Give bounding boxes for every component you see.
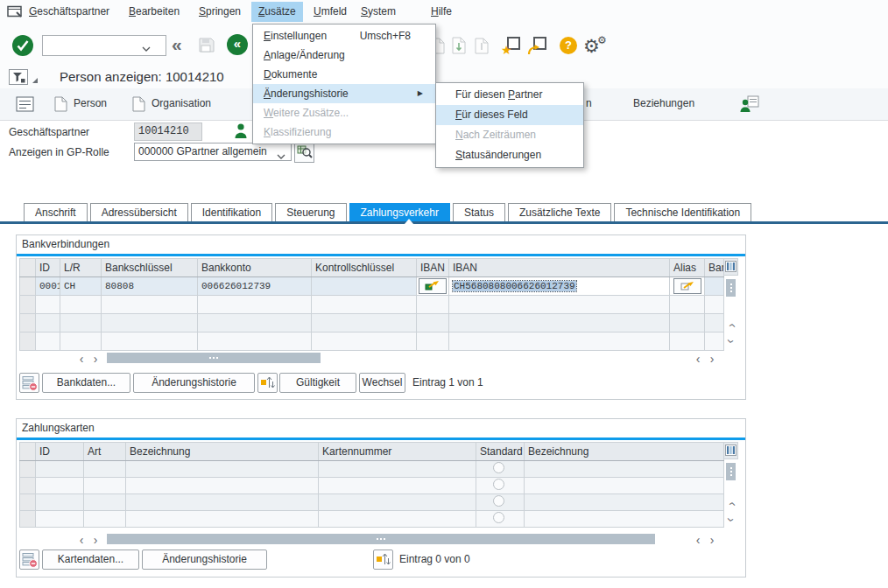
organisation-button[interactable]: Organisation: [152, 88, 211, 118]
exit-icon[interactable]: «: [227, 34, 248, 55]
header-select-all[interactable]: [20, 259, 36, 277]
kartendaten-button[interactable]: Kartendaten...: [42, 550, 139, 570]
menu-springen[interactable]: Springen: [199, 0, 241, 23]
scroll-down-icon[interactable]: ›: [725, 335, 737, 347]
cards-horizontal-scrollbar[interactable]: ‹ › ‹ ›: [19, 533, 723, 546]
vertical-scrollbar-thumb[interactable]: [726, 279, 736, 297]
menu-item-einstellungen[interactable]: Einstellungen Umsch+F8: [253, 26, 435, 46]
col-bankschluessel[interactable]: Bankschlüssel: [102, 259, 198, 277]
menu-item-aenderungshistorie[interactable]: Änderungshistorie ▶: [253, 84, 435, 103]
menu-zusaetze[interactable]: Zusätze: [251, 2, 303, 22]
col-iban-icon[interactable]: IBAN: [417, 259, 449, 277]
scroll-up-icon[interactable]: ›: [725, 319, 737, 332]
standard-radio[interactable]: [493, 462, 504, 473]
overview-icon[interactable]: [16, 95, 35, 116]
row-selector-cell[interactable]: [20, 277, 36, 296]
remove-entry-icon-button[interactable]: [19, 373, 39, 393]
col-bank[interactable]: Bank: [705, 259, 724, 277]
alias-button[interactable]: [673, 278, 701, 294]
scroll-up-icon[interactable]: ›: [725, 498, 737, 510]
scroll-left-end-icon[interactable]: ‹: [692, 534, 704, 546]
tab-anschrift[interactable]: Anschrift: [24, 203, 88, 222]
command-field-chevron-icon[interactable]: [142, 42, 151, 54]
tab-identifikation[interactable]: Identifikation: [191, 203, 272, 222]
cards-aenderungshistorie-button[interactable]: Änderungshistorie: [142, 550, 267, 570]
standard-radio[interactable]: [493, 495, 504, 507]
scroll-left-icon[interactable]: ‹: [75, 353, 88, 365]
scroll-left-end-icon[interactable]: ‹: [692, 353, 704, 365]
menu-item-dokumente[interactable]: Dokumente: [253, 65, 435, 84]
col-bezeichnung2[interactable]: Bezeichnung: [525, 443, 724, 461]
scroll-right-icon[interactable]: ›: [89, 353, 102, 365]
partner-relationship-icon[interactable]: [740, 94, 759, 116]
window-icon[interactable]: [7, 5, 23, 21]
col-bezeichnung[interactable]: Bezeichnung: [126, 443, 319, 461]
iban-value-selected[interactable]: CH5680808006626012739: [453, 281, 576, 291]
adjust-entries-icon-button[interactable]: [257, 373, 278, 393]
col-iban[interactable]: IBAN: [449, 259, 670, 277]
bank-account-row[interactable]: 0001 CH 80808 006626012739 CH56808080066…: [20, 277, 724, 296]
col-kartennummer[interactable]: Kartennummer: [319, 443, 476, 461]
table-row-empty[interactable]: [20, 461, 724, 478]
bank-horizontal-scrollbar[interactable]: ‹ › ‹ ›: [19, 352, 723, 365]
new-session-icon[interactable]: [527, 37, 546, 54]
col-art[interactable]: Art: [84, 443, 126, 461]
tab-zusaetzliche-texte[interactable]: Zusätzliche Texte: [508, 203, 612, 222]
col-bankkonto[interactable]: Bankkonto: [198, 259, 312, 277]
beziehungen-button[interactable]: Beziehungen: [633, 88, 694, 118]
bank-vertical-scrollbar[interactable]: › ›: [723, 258, 739, 350]
menu-item-anlage-aenderung[interactable]: Anlage/Änderung: [253, 46, 435, 65]
enter-check-icon[interactable]: [12, 35, 33, 56]
menu-item-fuer-dieses-feld[interactable]: Für dieses Feld: [436, 105, 583, 125]
menu-system[interactable]: System: [361, 0, 396, 23]
col-kontrollschluessel[interactable]: Kontrollschlüssel: [312, 259, 417, 277]
vertical-scrollbar-thumb[interactable]: [726, 463, 736, 480]
scroll-right-end-icon[interactable]: ›: [706, 353, 718, 365]
menu-umfeld[interactable]: Umfeld: [314, 0, 347, 23]
layout-menu-icon[interactable]: [9, 69, 40, 89]
col-lr[interactable]: L/R: [60, 259, 102, 277]
create-shortcut-icon[interactable]: ★: [501, 37, 520, 54]
table-settings-button[interactable]: [723, 442, 738, 459]
header-select-all[interactable]: [20, 443, 36, 461]
horizontal-scrollbar-thumb[interactable]: [107, 534, 655, 544]
person-button[interactable]: Person: [74, 88, 107, 118]
role-check-button[interactable]: [294, 143, 314, 163]
menu-hilfe[interactable]: Hilfe: [431, 0, 452, 23]
menu-item-statusaenderungen[interactable]: Statusänderungen: [436, 145, 583, 165]
menu-bearbeiten[interactable]: Bearbeiten: [129, 0, 180, 23]
adjust-entries-icon-button[interactable]: [373, 550, 393, 570]
scroll-right-end-icon[interactable]: ›: [706, 534, 718, 546]
tab-technische-identifikation[interactable]: Technische Identifikation: [614, 203, 751, 222]
tab-status[interactable]: Status: [453, 203, 505, 222]
tab-adressuebersicht[interactable]: Adressübersicht: [90, 203, 188, 222]
tab-steuerung[interactable]: Steuerung: [275, 203, 346, 222]
scroll-right-icon[interactable]: ›: [89, 534, 102, 546]
back-icon[interactable]: «: [172, 36, 182, 53]
help-icon[interactable]: ?: [560, 37, 577, 54]
table-row-empty[interactable]: [20, 332, 724, 351]
col-id[interactable]: ID: [36, 259, 60, 277]
table-row-empty[interactable]: [20, 296, 724, 314]
col-id[interactable]: ID: [36, 443, 84, 461]
role-combobox-chevron-icon[interactable]: [277, 150, 285, 162]
gueltigkeit-button[interactable]: Gültigkeit: [279, 373, 356, 393]
col-standard[interactable]: Standard: [476, 443, 525, 461]
bank-aenderungshistorie-button[interactable]: Änderungshistorie: [133, 373, 255, 393]
role-combobox[interactable]: 000000 GPartner allgemein: [134, 143, 292, 161]
table-row-empty[interactable]: [20, 314, 724, 332]
menu-geschaeftspartner[interactable]: Geschäftspartner: [29, 0, 109, 23]
bankdaten-button[interactable]: Bankdaten...: [42, 373, 130, 393]
horizontal-scrollbar-thumb[interactable]: [107, 353, 321, 363]
gp-number-field[interactable]: 10014210: [134, 122, 202, 141]
table-settings-button[interactable]: [723, 258, 738, 276]
standard-radio[interactable]: [493, 479, 504, 490]
partially-hidden-button[interactable]: n: [586, 88, 592, 118]
tab-zahlungsverkehr[interactable]: Zahlungsverkehr: [349, 203, 450, 222]
remove-entry-icon-button[interactable]: [19, 550, 39, 570]
col-alias[interactable]: Alias: [670, 259, 705, 277]
table-row-empty[interactable]: [20, 511, 724, 528]
wechsel-button[interactable]: Wechsel: [359, 373, 405, 393]
menu-item-fuer-diesen-partner[interactable]: Für diesen Partner: [436, 85, 583, 105]
table-row-empty[interactable]: [20, 478, 724, 494]
